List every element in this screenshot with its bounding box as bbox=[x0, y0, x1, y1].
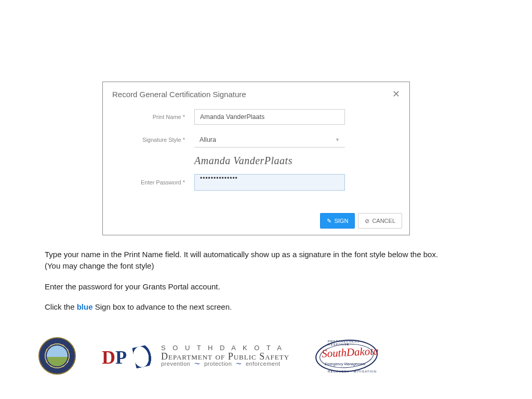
dps-mark-icon: DP bbox=[102, 344, 154, 367]
print-name-label: Print Name * bbox=[112, 114, 194, 120]
instruction-3a: Click the bbox=[45, 302, 77, 311]
dps-wordmark: DP bbox=[102, 347, 127, 368]
sep-icon: 〜 bbox=[194, 361, 201, 367]
signature-preview: Amanda VanderPlaats bbox=[194, 155, 292, 167]
instruction-1: Type your name in the Print Name field. … bbox=[45, 249, 491, 272]
dps-logo: DP S O U T H D A K O T A Department of P… bbox=[102, 344, 289, 367]
row-print-name: Print Name * bbox=[112, 109, 400, 125]
dps-text-block: S O U T H D A K O T A Department of Publ… bbox=[161, 344, 289, 367]
cancel-icon: ⊘ bbox=[365, 218, 369, 224]
pencil-icon: ✎ bbox=[327, 218, 331, 224]
dps-sub-c: enforcement bbox=[246, 361, 281, 367]
sign-button[interactable]: ✎ SIGN bbox=[320, 213, 355, 229]
password-label: Enter Password * bbox=[112, 179, 194, 185]
password-value: •••••••••••••• bbox=[200, 175, 238, 182]
sep-icon: 〜 bbox=[236, 361, 242, 367]
chevron-down-icon: ▼ bbox=[335, 137, 340, 142]
password-input[interactable]: •••••••••••••• bbox=[194, 174, 345, 191]
oem-arc-bot: RECOVERY · MITIGATION bbox=[328, 370, 377, 373]
sign-button-label: SIGN bbox=[334, 218, 348, 224]
instruction-3b: Sign box to advance to the next screen. bbox=[93, 302, 232, 311]
footer-logos: DP S O U T H D A K O T A Department of P… bbox=[38, 332, 444, 379]
instruction-3-blue: blue bbox=[77, 302, 93, 311]
signature-style-select[interactable]: Allura ▼ bbox=[194, 132, 345, 148]
signature-dialog: Record General Certification Signature ✕… bbox=[102, 82, 410, 235]
print-name-input[interactable] bbox=[194, 109, 345, 125]
instruction-2: Enter the password for your Grants Porta… bbox=[45, 281, 491, 292]
state-seal-logo bbox=[38, 337, 76, 375]
signature-style-label: Signature Style * bbox=[112, 137, 194, 143]
dps-sub-b: protection bbox=[204, 361, 232, 367]
oem-logo: PREPAREDNESS · RESPONSE SouthDakota Emer… bbox=[315, 339, 378, 373]
dialog-title: Record General Certification Signature bbox=[112, 90, 246, 99]
dialog-footer: ✎ SIGN ⊘ CANCEL bbox=[320, 213, 402, 229]
instruction-1b: (You may change the font style) bbox=[45, 261, 154, 270]
cancel-button[interactable]: ⊘ CANCEL bbox=[358, 213, 402, 229]
dps-main-line: Department of Public Safety bbox=[161, 352, 289, 362]
swoosh-icon bbox=[132, 343, 158, 368]
row-signature-style: Signature Style * Allura ▼ bbox=[112, 132, 400, 148]
cancel-button-label: CANCEL bbox=[372, 218, 395, 224]
close-icon[interactable]: ✕ bbox=[392, 89, 400, 99]
dps-sub-line: prevention 〜 protection 〜 enforcement bbox=[161, 361, 289, 367]
form-area: Print Name * Signature Style * Allura ▼ … bbox=[103, 104, 409, 191]
signature-style-value: Allura bbox=[200, 136, 216, 143]
instruction-1a: Type your name in the Print Name field. … bbox=[45, 250, 438, 259]
dps-state-line: S O U T H D A K O T A bbox=[161, 344, 289, 352]
oem-sub: Emergency Management bbox=[325, 362, 365, 366]
instructions-block: Type your name in the Print Name field. … bbox=[45, 249, 491, 322]
row-password: Enter Password * •••••••••••••• bbox=[112, 174, 400, 191]
instruction-3: Click the blue Sign box to advance to th… bbox=[45, 301, 491, 313]
row-signature-preview: Amanda VanderPlaats bbox=[112, 155, 400, 167]
dps-sub-a: prevention bbox=[161, 361, 190, 367]
dialog-header: Record General Certification Signature ✕ bbox=[103, 82, 409, 104]
